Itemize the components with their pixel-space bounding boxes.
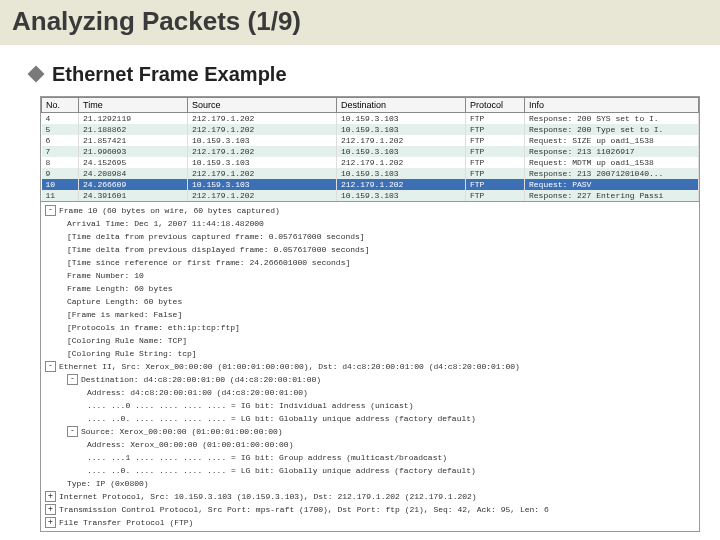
packet-cell-proto: FTP xyxy=(466,113,525,125)
detail-text: Destination: d4:c8:20:00:01:00 (d4:c8:20… xyxy=(81,375,321,384)
packet-cell-time: 21.996093 xyxy=(79,146,188,157)
tcp-node[interactable]: +Transmission Control Protocol, Src Port… xyxy=(41,503,699,516)
packet-cell-src: 10.159.3.103 xyxy=(188,179,337,190)
packet-cell-src: 212.179.1.202 xyxy=(188,146,337,157)
packet-row[interactable]: 1024.26660910.159.3.103212.179.1.202FTPR… xyxy=(42,179,699,190)
collapse-icon[interactable]: - xyxy=(67,426,78,437)
packet-cell-proto: FTP xyxy=(466,190,525,201)
detail-line: [Frame is marked: False] xyxy=(41,308,699,321)
packet-row[interactable]: 421.1292119212.179.1.20210.159.3.103FTPR… xyxy=(42,113,699,125)
detail-text: Ethernet II, Src: Xerox_00:00:00 (01:00:… xyxy=(59,362,520,371)
column-header-no[interactable]: No. xyxy=(42,98,79,113)
detail-text: [Coloring Rule Name: TCP] xyxy=(67,336,187,345)
column-header-info[interactable]: Info xyxy=(525,98,699,113)
packet-row[interactable]: 521.188862212.179.1.20210.159.3.103FTPRe… xyxy=(42,124,699,135)
detail-line: .... ...1 .... .... .... .... = IG bit: … xyxy=(41,451,699,464)
ip-node[interactable]: +Internet Protocol, Src: 10.159.3.103 (1… xyxy=(41,490,699,503)
detail-text: [Coloring Rule String: tcp] xyxy=(67,349,197,358)
wireshark-panel: No. Time Source Destination Protocol Inf… xyxy=(40,96,700,532)
packet-cell-no: 7 xyxy=(42,146,79,157)
packet-cell-proto: FTP xyxy=(466,135,525,146)
packet-row[interactable]: 1124.391601212.179.1.20210.159.3.103FTPR… xyxy=(42,190,699,201)
detail-line: .... ..0. .... .... .... .... = LG bit: … xyxy=(41,464,699,477)
packet-row[interactable]: 924.208984212.179.1.20210.159.3.103FTPRe… xyxy=(42,168,699,179)
packet-row[interactable]: 621.85742110.159.3.103212.179.1.202FTPRe… xyxy=(42,135,699,146)
packet-cell-proto: FTP xyxy=(466,179,525,190)
packet-cell-no: 10 xyxy=(42,179,79,190)
packet-cell-src: 212.179.1.202 xyxy=(188,124,337,135)
detail-line: [Coloring Rule Name: TCP] xyxy=(41,334,699,347)
expand-icon[interactable]: + xyxy=(45,517,56,528)
column-header-time[interactable]: Time xyxy=(79,98,188,113)
detail-text: [Time delta from previous displayed fram… xyxy=(67,245,369,254)
packet-cell-proto: FTP xyxy=(466,146,525,157)
packet-cell-time: 21.857421 xyxy=(79,135,188,146)
packet-cell-no: 9 xyxy=(42,168,79,179)
packet-cell-no: 11 xyxy=(42,190,79,201)
detail-text: File Transfer Protocol (FTP) xyxy=(59,518,193,527)
packet-cell-dst: 10.159.3.103 xyxy=(337,168,466,179)
packet-cell-dst: 10.159.3.103 xyxy=(337,113,466,125)
packet-cell-info: Response: 213 20071201040... xyxy=(525,168,699,179)
detail-text: Type: IP (0x0800) xyxy=(67,479,149,488)
page-title: Analyzing Packets (1/9) xyxy=(12,6,708,37)
detail-line: Frame Length: 60 bytes xyxy=(41,282,699,295)
packet-cell-info: Response: 227 Entering Passi xyxy=(525,190,699,201)
packet-cell-src: 212.179.1.202 xyxy=(188,190,337,201)
packet-cell-src: 10.159.3.103 xyxy=(188,135,337,146)
packet-cell-time: 24.152695 xyxy=(79,157,188,168)
detail-text: .... ...0 .... .... .... .... = IG bit: … xyxy=(87,401,413,410)
detail-text: Capture Length: 60 bytes xyxy=(67,297,182,306)
detail-text: Source: Xerox_00:00:00 (01:00:01:00:00:0… xyxy=(81,427,283,436)
detail-text: Internet Protocol, Src: 10.159.3.103 (10… xyxy=(59,492,477,501)
subheading-row: Ethernet Frame Example xyxy=(30,63,720,86)
title-band: Analyzing Packets (1/9) xyxy=(0,0,720,45)
detail-line: [Time delta from previous captured frame… xyxy=(41,230,699,243)
frame-node[interactable]: -Frame 10 (60 bytes on wire, 60 bytes ca… xyxy=(41,204,699,217)
detail-line: Capture Length: 60 bytes xyxy=(41,295,699,308)
column-header-destination[interactable]: Destination xyxy=(337,98,466,113)
detail-line: Arrival Time: Dec 1, 2007 11:44:18.48200… xyxy=(41,217,699,230)
collapse-icon[interactable]: - xyxy=(45,361,56,372)
detail-line: .... ...0 .... .... .... .... = IG bit: … xyxy=(41,399,699,412)
ftp-node[interactable]: +File Transfer Protocol (FTP) xyxy=(41,516,699,529)
packet-row[interactable]: 721.996093212.179.1.20210.159.3.103FTPRe… xyxy=(42,146,699,157)
eth-type: Type: IP (0x0800) xyxy=(41,477,699,490)
packet-cell-no: 6 xyxy=(42,135,79,146)
packet-cell-proto: FTP xyxy=(466,157,525,168)
packet-row[interactable]: 824.15269510.159.3.103212.179.1.202FTPRe… xyxy=(42,157,699,168)
detail-text: Arrival Time: Dec 1, 2007 11:44:18.48200… xyxy=(67,219,264,228)
packet-cell-src: 212.179.1.202 xyxy=(188,168,337,179)
packet-cell-info: Request: MDTM up oad1_1538 xyxy=(525,157,699,168)
packet-cell-proto: FTP xyxy=(466,124,525,135)
detail-text: [Time since reference or first frame: 24… xyxy=(67,258,350,267)
packet-cell-info: Request: SIZE up oad1_1538 xyxy=(525,135,699,146)
expand-icon[interactable]: + xyxy=(45,491,56,502)
packet-cell-dst: 212.179.1.202 xyxy=(337,157,466,168)
packet-cell-info: Response: 200 SYS set to I. xyxy=(525,113,699,125)
column-header-source[interactable]: Source xyxy=(188,98,337,113)
detail-line: [Time since reference or first frame: 24… xyxy=(41,256,699,269)
eth-dest-node[interactable]: -Destination: d4:c8:20:00:01:00 (d4:c8:2… xyxy=(41,373,699,386)
packet-cell-info: Response: 213 11026917 xyxy=(525,146,699,157)
packet-cell-no: 5 xyxy=(42,124,79,135)
column-header-protocol[interactable]: Protocol xyxy=(466,98,525,113)
detail-text: Frame Length: 60 bytes xyxy=(67,284,173,293)
detail-text: Frame 10 (60 bytes on wire, 60 bytes cap… xyxy=(59,206,280,215)
packet-cell-dst: 10.159.3.103 xyxy=(337,190,466,201)
detail-text: .... ..0. .... .... .... .... = LG bit: … xyxy=(87,466,476,475)
packet-cell-time: 24.391601 xyxy=(79,190,188,201)
detail-text: .... ...1 .... .... .... .... = IG bit: … xyxy=(87,453,447,462)
packet-cell-time: 21.1292119 xyxy=(79,113,188,125)
detail-text: [Time delta from previous captured frame… xyxy=(67,232,365,241)
detail-text: Frame Number: 10 xyxy=(67,271,144,280)
collapse-icon[interactable]: - xyxy=(67,374,78,385)
packet-cell-no: 8 xyxy=(42,157,79,168)
eth-src-node[interactable]: -Source: Xerox_00:00:00 (01:00:01:00:00:… xyxy=(41,425,699,438)
expand-icon[interactable]: + xyxy=(45,504,56,515)
packet-cell-time: 21.188862 xyxy=(79,124,188,135)
collapse-icon[interactable]: - xyxy=(45,205,56,216)
detail-line: Frame Number: 10 xyxy=(41,269,699,282)
ethernet-node[interactable]: -Ethernet II, Src: Xerox_00:00:00 (01:00… xyxy=(41,360,699,373)
detail-text: [Frame is marked: False] xyxy=(67,310,182,319)
